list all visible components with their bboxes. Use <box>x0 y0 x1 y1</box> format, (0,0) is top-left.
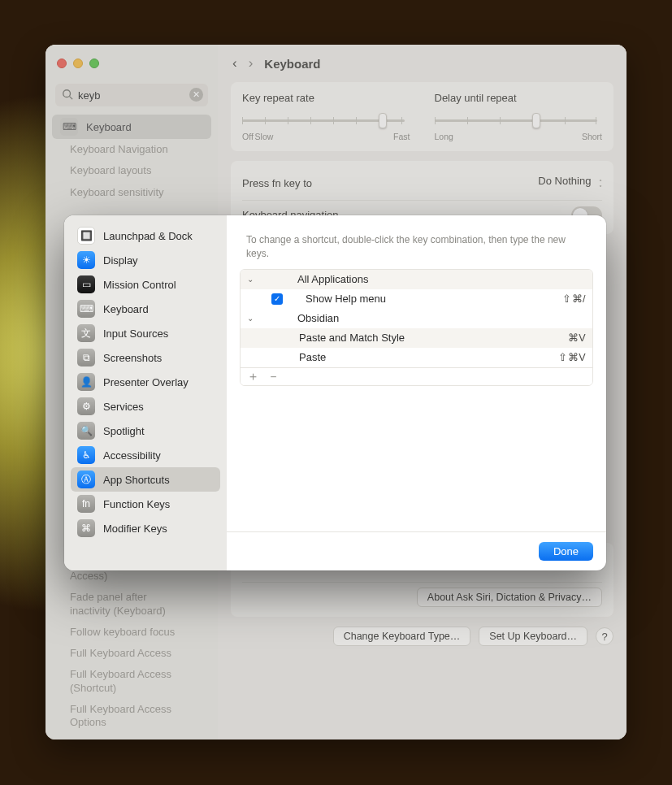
page-title: Keyboard <box>264 57 320 71</box>
category-display[interactable]: ☀︎Display <box>71 248 220 272</box>
change-keyboard-type-button[interactable]: Change Keyboard Type… <box>333 627 471 646</box>
sidebar-item-keyboard[interactable]: ⌨︎ Keyboard <box>52 115 211 139</box>
sidebar-sub[interactable]: Keyboard Navigation <box>52 139 194 160</box>
shortcut-row-paste[interactable]: Paste ⇧⌘V <box>241 348 592 367</box>
services-icon: ⚙︎ <box>77 397 95 415</box>
category-label: Function Keys <box>103 498 170 510</box>
about-privacy-button[interactable]: About Ask Siri, Dictation & Privacy… <box>417 588 602 607</box>
shortcut-group-all-apps[interactable]: ⌄ All Applications <box>241 270 592 289</box>
delay-repeat-label: Delay until repeat <box>435 92 603 104</box>
nav-forward-icon[interactable]: › <box>249 55 254 72</box>
repeat-rate-card: Key repeat rate Off Slow Fast <box>231 82 613 151</box>
search-icon <box>62 89 73 102</box>
sidebar-sub[interactable]: Full Keyboard Access (Shortcut) <box>52 664 194 699</box>
sidebar-item-label: Keyboard <box>86 121 132 133</box>
sidebar-search: ✕ <box>55 84 208 106</box>
group-label: Obsidian <box>297 312 586 324</box>
category-label: Services <box>103 401 144 413</box>
slider-label-short: Short <box>582 132 602 141</box>
shortcut-row-paste-match[interactable]: Paste and Match Style ⌘V <box>241 328 592 348</box>
setup-keyboard-button[interactable]: Set Up Keyboard… <box>479 627 587 646</box>
search-input[interactable] <box>55 84 208 106</box>
fn-key-value: Do Nothing <box>538 175 591 187</box>
category-function-keys[interactable]: fnFunction Keys <box>71 492 220 516</box>
disclosure-triangle-icon[interactable]: ⌄ <box>247 275 257 284</box>
done-button[interactable]: Done <box>539 542 593 561</box>
category-label: Launchpad & Dock <box>103 230 193 242</box>
screenshots-icon: ⧉ <box>77 349 95 366</box>
svg-point-0 <box>63 90 71 98</box>
category-keyboard[interactable]: ⌨︎Keyboard <box>71 297 220 321</box>
fn-key-select[interactable]: Do Nothing ˄˅ <box>538 175 602 191</box>
sheet-footer: Done <box>227 531 606 570</box>
add-shortcut-button[interactable]: ＋ <box>247 369 259 384</box>
shortcuts-category-list: 🔲Launchpad & Dock ☀︎Display ▭Mission Con… <box>64 215 227 570</box>
shortcut-keys[interactable]: ⌘V <box>568 332 586 344</box>
keyboard-bottom-buttons: Change Keyboard Type… Set Up Keyboard… ? <box>231 627 613 646</box>
sidebar-sub[interactable]: Keyboard sensitivity <box>52 182 194 203</box>
nav-back-icon[interactable]: ‹ <box>232 55 237 72</box>
category-label: Display <box>103 254 138 267</box>
category-modifier-keys[interactable]: ⌘Modifier Keys <box>71 516 220 540</box>
sidebar-sub[interactable]: Full Keyboard Access <box>52 643 194 664</box>
category-label: Screenshots <box>103 352 162 364</box>
category-label: Presenter Overlay <box>103 376 189 388</box>
category-accessibility[interactable]: ♿︎Accessibility <box>71 443 220 467</box>
shortcuts-table: ⌄ All Applications ✓ Show Help menu ⇧⌘/ … <box>240 269 593 386</box>
shortcut-group-obsidian[interactable]: ⌄ Obsidian <box>241 309 592 328</box>
category-label: App Shortcuts <box>103 474 170 486</box>
input-sources-icon: 文 <box>77 324 95 342</box>
category-services[interactable]: ⚙︎Services <box>71 394 220 419</box>
category-screenshots[interactable]: ⧉Screenshots <box>71 345 220 370</box>
sidebar-sub[interactable]: Full Keyboard Access Options <box>52 699 194 734</box>
fn-key-label: Press fn key to <box>242 177 312 189</box>
app-shortcuts-icon: Ⓐ <box>77 471 95 488</box>
clear-search-icon[interactable]: ✕ <box>189 88 203 102</box>
slider-label-slow: Slow <box>255 132 274 141</box>
sidebar-sub[interactable]: Fade panel after inactivity (Keyboard) <box>52 587 194 622</box>
disclosure-triangle-icon[interactable]: ⌄ <box>247 314 257 323</box>
svg-line-1 <box>70 97 73 100</box>
keyboard-shortcuts-sheet: 🔲Launchpad & Dock ☀︎Display ▭Mission Con… <box>64 215 606 570</box>
category-label: Modifier Keys <box>103 523 167 535</box>
slider-label-long: Long <box>435 132 453 141</box>
category-launchpad-dock[interactable]: 🔲Launchpad & Dock <box>71 223 220 248</box>
chevron-updown-icon: ˄˅ <box>599 180 602 191</box>
key-repeat-slider[interactable] <box>242 112 405 128</box>
category-app-shortcuts[interactable]: ⒶApp Shortcuts <box>71 467 220 492</box>
keyboard-icon: ⌨︎ <box>60 118 78 136</box>
shortcuts-hint-text: To change a shortcut, double-click the k… <box>240 228 593 269</box>
shortcut-label: Paste and Match Style <box>299 332 561 344</box>
category-label: Input Sources <box>103 327 168 340</box>
key-repeat-label: Key repeat rate <box>242 92 410 104</box>
launchpad-icon: 🔲 <box>77 227 95 245</box>
shortcuts-add-remove-toolbar: ＋ － <box>241 367 592 385</box>
shortcut-keys[interactable]: ⇧⌘V <box>558 351 586 363</box>
shortcut-keys[interactable]: ⇧⌘/ <box>562 293 586 305</box>
category-label: Accessibility <box>103 449 161 462</box>
category-label: Keyboard <box>103 303 149 315</box>
slider-label-off: Off <box>242 132 254 141</box>
sidebar-sub[interactable]: Keyboard layouts <box>52 160 194 181</box>
delay-repeat-slider[interactable] <box>435 112 597 128</box>
close-window-dot[interactable] <box>57 59 67 68</box>
category-input-sources[interactable]: 文Input Sources <box>71 321 220 345</box>
category-mission-control[interactable]: ▭Mission Control <box>71 272 220 297</box>
category-spotlight[interactable]: 🔍Spotlight <box>71 419 220 443</box>
help-button[interactable]: ? <box>596 627 613 645</box>
content-titlebar: ‹ › Keyboard <box>218 45 626 82</box>
modifier-keys-icon: ⌘ <box>77 519 95 537</box>
minimize-window-dot[interactable] <box>73 59 83 68</box>
shortcuts-main: To change a shortcut, double-click the k… <box>227 215 606 570</box>
shortcut-row-show-help[interactable]: ✓ Show Help menu ⇧⌘/ <box>241 289 592 309</box>
remove-shortcut-button[interactable]: － <box>267 369 280 384</box>
accessibility-icon: ♿︎ <box>77 446 95 464</box>
sidebar-sub[interactable]: Follow keyboard focus <box>52 622 194 643</box>
shortcut-label: Show Help menu <box>306 293 556 305</box>
checkbox-checked-icon[interactable]: ✓ <box>271 293 283 305</box>
zoom-window-dot[interactable] <box>89 59 99 68</box>
function-keys-icon: fn <box>77 495 95 513</box>
spotlight-icon: 🔍 <box>77 422 95 440</box>
display-icon: ☀︎ <box>77 251 95 269</box>
category-presenter-overlay[interactable]: 👤Presenter Overlay <box>71 370 220 394</box>
